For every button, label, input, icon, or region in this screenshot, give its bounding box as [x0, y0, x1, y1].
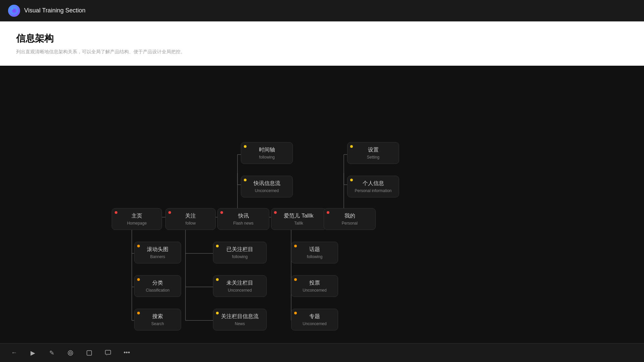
dot-vote [294, 278, 297, 281]
node-flash-news[interactable]: 快讯信息流 Unconcerned [241, 176, 293, 197]
node-follow-title: 关注 [171, 213, 210, 220]
dot-timeline [244, 145, 247, 148]
node-personal-info[interactable]: 个人信息 Personal information [347, 176, 399, 197]
node-special[interactable]: 专题 Unconcerned [291, 309, 338, 330]
node-homepage-title: 主页 [117, 213, 156, 220]
svg-point-31 [68, 351, 73, 355]
node-homepage-sub: Homepage [117, 221, 156, 226]
svg-point-1 [12, 9, 16, 12]
node-setting[interactable]: 设置 Setting [347, 142, 399, 164]
app-title: Visual Training Section [24, 7, 86, 14]
node-banners-title: 滚动头图 [140, 246, 175, 253]
node-search[interactable]: 搜索 Search [134, 309, 181, 330]
toolbar-comment-btn[interactable] [102, 347, 114, 359]
node-topic-sub: following [297, 254, 332, 259]
node-personal[interactable]: 我的 Personal [324, 208, 376, 230]
node-special-sub: Unconcerned [297, 321, 332, 326]
node-talllk[interactable]: 爱范儿 Talllk Talllk [271, 208, 326, 230]
node-news-sub: News [219, 321, 261, 326]
svg-rect-38 [105, 350, 111, 354]
node-search-title: 搜索 [140, 313, 175, 320]
node-timeline-sub: following [247, 155, 287, 160]
app-logo [8, 5, 20, 17]
node-topic[interactable]: 话题 following [291, 242, 338, 263]
dot-unconcerned-bar [216, 278, 219, 281]
node-classification[interactable]: 分类 Classification [134, 275, 181, 297]
dot-talllk [274, 211, 277, 214]
toolbar-edit-btn[interactable]: ✎ [46, 347, 58, 359]
toolbar-more-btn[interactable]: ••• [121, 347, 133, 359]
node-vote[interactable]: 投票 Unconcerned [291, 275, 338, 297]
node-personal-sub: Personal [329, 221, 370, 226]
node-timeline-title: 时间轴 [247, 146, 287, 154]
node-unconcerned-bar[interactable]: 未关注栏目 Unconcerned [213, 275, 267, 297]
dot-flash-news [244, 179, 247, 181]
bottom-toolbar: ← ▶ ✎ ••• [0, 343, 644, 362]
svg-rect-37 [87, 351, 92, 355]
node-setting-title: 设置 [353, 146, 393, 154]
dot-banners [137, 245, 140, 247]
node-flash-news-title: 快讯信息流 [247, 180, 287, 187]
node-follow[interactable]: 关注 follow [165, 208, 216, 230]
node-special-title: 专题 [297, 313, 332, 320]
dot-homepage [115, 211, 117, 214]
node-vote-sub: Unconcerned [297, 288, 332, 293]
node-news[interactable]: 关注栏目信息流 News [213, 309, 267, 330]
node-unconcerned-bar-sub: Unconcerned [219, 288, 261, 293]
dot-following-bar [216, 245, 219, 247]
dot-personal [327, 211, 329, 214]
page-description: 列出直观清晰地信息架构关系，可以全局了解产品结构、便于产品设计全局把控。 [16, 49, 628, 55]
dot-flash [220, 211, 223, 214]
node-classification-sub: Classification [140, 288, 175, 293]
node-classification-title: 分类 [140, 280, 175, 287]
node-news-title: 关注栏目信息流 [219, 313, 261, 320]
node-setting-sub: Setting [353, 155, 393, 160]
node-following-bar-title: 已关注栏目 [219, 246, 261, 253]
page-title: 信息架构 [16, 32, 628, 45]
toolbar-target-btn[interactable] [64, 347, 76, 359]
dot-personal-info [350, 179, 353, 181]
node-flash-news-sub: Unconcerned [247, 188, 287, 193]
node-personal-info-title: 个人信息 [353, 180, 393, 187]
node-search-sub: Search [140, 321, 175, 326]
node-banners-sub: Banners [140, 254, 175, 259]
node-following-bar[interactable]: 已关注栏目 following [213, 242, 267, 263]
node-flash-sub: Flash news [223, 221, 264, 226]
node-banners[interactable]: 滚动头图 Banners [134, 242, 181, 263]
toolbar-frame-btn[interactable] [83, 347, 95, 359]
node-vote-title: 投票 [297, 280, 332, 287]
toolbar-play-btn[interactable]: ▶ [27, 347, 39, 359]
info-section: 信息架构 列出直观清晰地信息架构关系，可以全局了解产品结构、便于产品设计全局把控… [0, 21, 644, 66]
dot-classification [137, 278, 140, 281]
node-homepage[interactable]: 主页 Homepage [112, 208, 162, 230]
dot-special [294, 312, 297, 314]
node-following-bar-sub: following [219, 254, 261, 259]
dot-follow [168, 211, 171, 214]
dot-news [216, 312, 219, 314]
dot-topic [294, 245, 297, 247]
dot-search [137, 312, 140, 314]
node-talllk-title: 爱范儿 Talllk [277, 213, 321, 220]
node-personal-info-sub: Personal information [353, 188, 393, 193]
node-talllk-sub: Talllk [277, 221, 321, 226]
svg-point-32 [69, 352, 71, 354]
toolbar-back-btn[interactable]: ← [8, 347, 20, 359]
svg-point-2 [12, 8, 13, 10]
node-personal-title: 我的 [329, 213, 370, 220]
node-topic-title: 话题 [297, 246, 332, 253]
node-flash[interactable]: 快讯 Flash news [217, 208, 269, 230]
node-flash-title: 快讯 [223, 213, 264, 220]
node-unconcerned-bar-title: 未关注栏目 [219, 280, 261, 287]
canvas-area: 主页 Homepage 关注 follow 快讯 Flash news 爱范儿 … [0, 66, 644, 362]
node-follow-sub: follow [171, 221, 210, 226]
node-timeline[interactable]: 时间轴 following [241, 142, 293, 164]
dot-setting [350, 145, 353, 148]
app-header: Visual Training Section [0, 0, 644, 21]
